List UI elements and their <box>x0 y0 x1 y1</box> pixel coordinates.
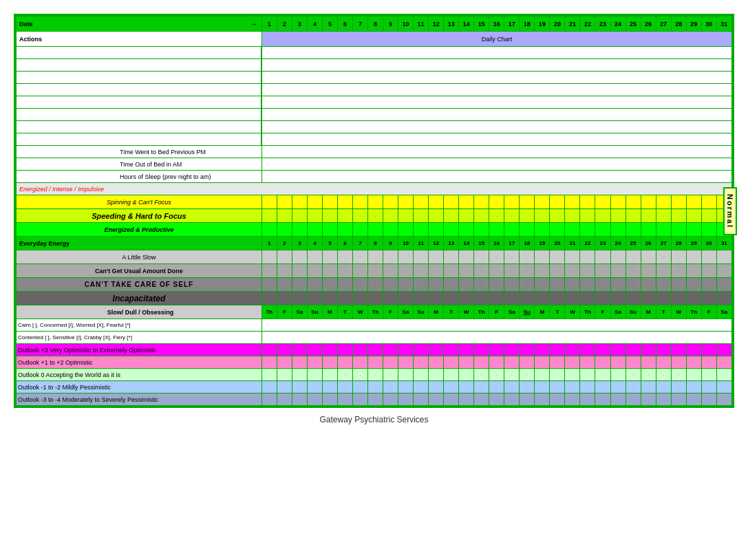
blank-row-8 <box>17 133 732 146</box>
day-21: 21 <box>565 17 580 32</box>
day-13: 13 <box>444 17 459 32</box>
day-27: 27 <box>656 17 671 32</box>
day-29: 29 <box>686 17 701 32</box>
day-8: 8 <box>368 17 383 32</box>
sleep-row-1: Time Went to Bed Previous PM <box>17 146 732 158</box>
date-label: Date <box>17 17 262 32</box>
day-16: 16 <box>489 17 504 32</box>
day-20: 20 <box>550 17 565 32</box>
cant-usual-row: Can't Get Usual Amount Done ············… <box>17 264 732 278</box>
outlookn3-label: Outlook -3 to -4 Moderately to Severely … <box>17 394 262 406</box>
blank-row-6 <box>17 109 732 121</box>
sleep-label-2: Time Out of Bed in AM <box>17 158 262 171</box>
outlookn1-row: Outlook -1 to -2 Mildly Pessimistic ····… <box>17 381 732 394</box>
calm-label: Calm [ ], Concerned [/], Worried [X], Fe… <box>17 319 262 332</box>
blank-row-3 <box>17 72 732 84</box>
calm-row: Calm [ ], Concerned [/], Worried [X], Fe… <box>17 319 732 332</box>
sleep-label-1: Time Went to Bed Previous PM <box>17 146 262 158</box>
day-10: 10 <box>398 17 414 32</box>
day-4: 4 <box>307 17 322 32</box>
incapacitated-label: Incapacitated <box>17 292 262 305</box>
day-22: 22 <box>580 17 595 32</box>
everyday-energy-row: Everyday Energy 1 2 3 4 5 6 7 8 9 10 11 … <box>17 237 732 250</box>
day-15: 15 <box>474 17 489 32</box>
blank-row-4 <box>17 84 732 96</box>
day-1: 1 <box>261 17 277 32</box>
day-25: 25 <box>626 17 641 32</box>
speeding-row: Speeding & Hard to Focus ···············… <box>17 209 732 223</box>
contented-row: Contented [ ], Sensitive [/], Crabby [X]… <box>17 332 732 344</box>
cant-care-row: CAN'T TAKE CARE OF SELF ················… <box>17 278 732 292</box>
day-23: 23 <box>595 17 610 32</box>
cant-care-label: CAN'T TAKE CARE OF SELF <box>17 278 262 292</box>
day-26: 26 <box>641 17 656 32</box>
day-6: 6 <box>337 17 352 32</box>
footer-text: Gateway Psychiatric Services <box>14 415 734 424</box>
chart-container: Date 1 2 3 4 5 6 7 8 9 10 11 12 13 14 15 <box>14 14 734 408</box>
day-2: 2 <box>277 17 292 32</box>
outlook1-row: Outlook +1 to +2 Optimistic ············… <box>17 356 732 369</box>
energized-section-row: Energized / Intense / Impulsive <box>17 183 732 195</box>
day-28: 28 <box>671 17 686 32</box>
sleep-row-3: Hours of Sleep (prev night to am) <box>17 171 732 183</box>
little-slow-row: A Little Slow ··························… <box>17 250 732 264</box>
daily-chart-cell: Daily Chart <box>261 32 731 47</box>
day-30: 30 <box>701 17 716 32</box>
day-17: 17 <box>504 17 520 32</box>
blank-row-2 <box>17 59 732 72</box>
outlookn3-row: Outlook -3 to -4 Moderately to Severely … <box>17 394 732 406</box>
spinning-row: Spinning & Can't Focus ·················… <box>17 195 732 209</box>
day-7: 7 <box>352 17 367 32</box>
outlook3-label: Outlook +3 Very Optimistic to Extremely … <box>17 344 262 356</box>
day-19: 19 <box>535 17 550 32</box>
outlook0-label: Outlook 0 Accepting the World as it is <box>17 369 262 381</box>
energized-label: Energized / Intense / Impulsive <box>19 186 104 193</box>
blank-row-7 <box>17 121 732 133</box>
energized-prod-row: Energized & Productive ·················… <box>17 223 732 237</box>
sleep-row-2: Time Out of Bed in AM <box>17 158 732 171</box>
day-3: 3 <box>292 17 307 32</box>
day-24: 24 <box>610 17 626 32</box>
blank-row-5 <box>17 96 732 109</box>
date-header-row: Date 1 2 3 4 5 6 7 8 9 10 11 12 13 14 15 <box>17 17 732 32</box>
actions-row: Actions Daily Chart <box>17 32 732 47</box>
spinning-label: Spinning & Can't Focus <box>17 195 262 209</box>
normal-tab: Normal <box>723 187 737 235</box>
day-9: 9 <box>383 17 398 32</box>
outlook1-label: Outlook +1 to +2 Optimistic <box>17 356 262 369</box>
sleep-label-3: Hours of Sleep (prev night to am) <box>17 171 262 183</box>
blank-row-1 <box>17 47 732 59</box>
day-11: 11 <box>414 17 429 32</box>
day-12: 12 <box>429 17 444 32</box>
page: Date 1 2 3 4 5 6 7 8 9 10 11 12 13 14 15 <box>7 7 741 431</box>
actions-label: Actions <box>17 32 262 47</box>
day-31: 31 <box>716 17 731 32</box>
outlook3-row: Outlook +3 Very Optimistic to Extremely … <box>17 344 732 356</box>
everyday-label: Everyday Energy <box>17 237 262 250</box>
day-18: 18 <box>520 17 535 32</box>
incapacitated-row: Incapacitated ··························… <box>17 292 732 305</box>
cant-usual-label: Can't Get Usual Amount Done <box>17 264 262 278</box>
speeding-label: Speeding & Hard to Focus <box>17 209 262 223</box>
slow-dull-label: Slow/ Dull / Obsessing <box>17 305 262 319</box>
day-14: 14 <box>459 17 474 32</box>
slow-dull-row: Slow/ Dull / Obsessing Th F Sa Su M T W … <box>17 305 732 319</box>
outlook0-row: Outlook 0 Accepting the World as it is ·… <box>17 369 732 381</box>
energized-prod-label: Energized & Productive <box>17 223 262 237</box>
contented-label: Contented [ ], Sensitive [/], Crabby [X]… <box>17 332 262 344</box>
day-5: 5 <box>322 17 337 32</box>
outlookn1-label: Outlook -1 to -2 Mildly Pessimistic <box>17 381 262 394</box>
little-slow-label: A Little Slow <box>17 250 262 264</box>
main-table: Date 1 2 3 4 5 6 7 8 9 10 11 12 13 14 15 <box>16 16 732 406</box>
